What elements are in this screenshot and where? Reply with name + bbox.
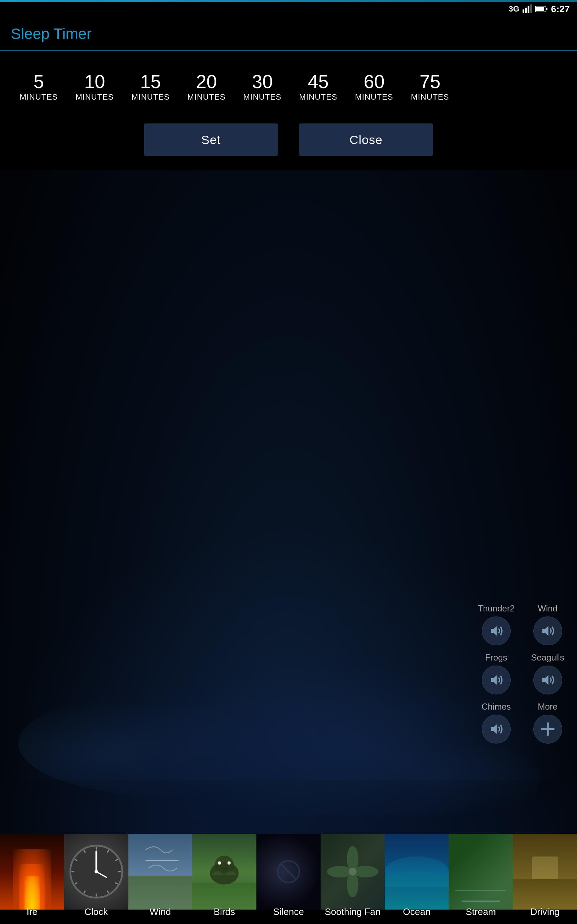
timer-option-75[interactable]: 75 MINUTES <box>402 69 458 105</box>
nav-thumb-soothing-fan <box>321 834 385 909</box>
sound-volume-button-thunder2[interactable] <box>482 617 511 645</box>
bottom-nav: Ire Clock Wind <box>0 834 577 924</box>
svg-marker-7 <box>491 626 497 636</box>
clock-face <box>64 834 128 909</box>
sound-volume-button-wind[interactable] <box>533 617 562 645</box>
timer-label-10: MINUTES <box>76 92 114 102</box>
sound-name-frogs: Frogs <box>485 653 507 663</box>
sound-name-seagulls: Seagulls <box>531 653 564 663</box>
timer-label-60: MINUTES <box>355 92 393 102</box>
nav-item-birds[interactable]: Birds <box>192 834 256 924</box>
nav-item-ocean[interactable]: Ocean <box>385 834 449 924</box>
timer-option-10[interactable]: 10 MINUTES <box>67 69 122 105</box>
timer-label-5: MINUTES <box>20 92 58 102</box>
status-icons: 3G 6:27 <box>509 3 570 15</box>
nav-thumb-birds <box>192 834 256 909</box>
header: Sleep Timer <box>0 18 577 50</box>
timer-label-45: MINUTES <box>299 92 338 102</box>
svg-point-42 <box>349 868 356 875</box>
timer-number-5: 5 <box>34 72 44 91</box>
nav-label-clock: Clock <box>84 906 108 918</box>
timer-label-15: MINUTES <box>132 92 170 102</box>
svg-rect-1 <box>525 8 527 13</box>
timer-number-45: 45 <box>308 72 329 91</box>
timer-number-75: 75 <box>420 72 441 91</box>
nav-label-soothing-fan: Soothing Fan <box>324 906 380 918</box>
nav-thumb-ocean <box>385 834 449 909</box>
timer-options: 5 MINUTES 10 MINUTES 15 MINUTES 20 MINUT… <box>11 69 566 105</box>
sound-item-seagulls: Seagulls <box>529 653 566 695</box>
sound-item-more: More <box>529 702 566 743</box>
timer-number-15: 15 <box>140 72 161 91</box>
signal-bars-icon <box>522 4 532 14</box>
nav-label-driving: Driving <box>530 906 560 918</box>
timer-option-5[interactable]: 5 MINUTES <box>11 69 67 105</box>
nav-thumb-fire <box>0 834 64 909</box>
timer-buttons: Set Close <box>11 123 566 156</box>
svg-line-36 <box>280 864 297 880</box>
sound-item-thunder2: Thunder2 <box>478 604 515 645</box>
timer-option-15[interactable]: 15 MINUTES <box>122 69 179 105</box>
nav-label-ocean: Ocean <box>403 906 430 918</box>
svg-point-34 <box>218 861 221 865</box>
nav-label-fire: Ire <box>27 906 37 918</box>
nav-label-silence: Silence <box>273 906 304 918</box>
sound-name-wind: Wind <box>538 604 558 614</box>
svg-point-33 <box>227 861 231 865</box>
close-button[interactable]: Close <box>299 123 433 156</box>
svg-rect-6 <box>546 8 548 10</box>
sound-name-thunder2: Thunder2 <box>478 604 515 614</box>
timer-label-30: MINUTES <box>243 92 282 102</box>
svg-marker-8 <box>542 626 548 636</box>
sound-name-chimes: Chimes <box>482 702 511 712</box>
sound-item-wind: Wind <box>529 604 566 645</box>
svg-marker-9 <box>491 675 497 685</box>
timer-option-60[interactable]: 60 MINUTES <box>346 69 402 105</box>
timer-number-20: 20 <box>196 72 217 91</box>
sound-more-button[interactable] <box>533 715 562 743</box>
nav-item-clock[interactable]: Clock <box>64 834 128 924</box>
sound-name-more: More <box>538 702 558 712</box>
nav-thumb-silence <box>256 834 321 909</box>
sound-controls: Thunder2 Wind Frogs Seagulls Chimes <box>478 604 567 743</box>
battery-icon <box>535 4 548 14</box>
timer-option-20[interactable]: 20 MINUTES <box>179 69 234 105</box>
svg-rect-5 <box>536 7 544 11</box>
timer-label-20: MINUTES <box>187 92 226 102</box>
sound-item-chimes: Chimes <box>478 702 515 743</box>
timer-number-30: 30 <box>252 72 273 91</box>
sound-item-frogs: Frogs <box>478 653 515 695</box>
page-title: Sleep Timer <box>11 25 92 43</box>
sound-volume-button-seagulls[interactable] <box>533 666 562 695</box>
nav-item-wind[interactable]: Wind <box>128 834 193 924</box>
svg-rect-0 <box>522 10 524 13</box>
nav-thumb-clock <box>64 834 128 909</box>
nav-thumb-wind <box>128 834 193 909</box>
nav-label-stream: Stream <box>466 906 496 918</box>
nav-thumb-stream <box>449 834 513 909</box>
sound-volume-button-chimes[interactable] <box>482 715 511 743</box>
timer-option-30[interactable]: 30 MINUTES <box>234 69 290 105</box>
nav-item-soothing-fan[interactable]: Soothing Fan <box>321 834 385 924</box>
nav-label-wind: Wind <box>150 906 171 918</box>
nav-item-driving[interactable]: Driving <box>513 834 577 924</box>
sound-volume-button-frogs[interactable] <box>482 666 511 695</box>
svg-marker-11 <box>491 724 497 734</box>
timer-label-75: MINUTES <box>411 92 449 102</box>
svg-rect-3 <box>530 4 532 13</box>
svg-marker-10 <box>542 675 548 685</box>
timer-number-10: 10 <box>84 72 105 91</box>
signal-indicator: 3G <box>509 4 519 14</box>
top-progress-bar <box>0 0 577 2</box>
status-time: 6:27 <box>551 3 570 15</box>
svg-rect-2 <box>528 6 529 13</box>
nav-thumb-driving <box>513 834 577 909</box>
timer-panel: 5 MINUTES 10 MINUTES 15 MINUTES 20 MINUT… <box>0 50 577 170</box>
nav-item-silence[interactable]: Silence <box>256 834 321 924</box>
status-bar: 3G 6:27 <box>0 0 577 18</box>
nav-item-stream[interactable]: Stream <box>449 834 513 924</box>
nav-item-fire[interactable]: Ire <box>0 834 64 924</box>
set-button[interactable]: Set <box>144 123 278 156</box>
timer-option-45[interactable]: 45 MINUTES <box>290 69 346 105</box>
timer-number-60: 60 <box>364 72 385 91</box>
